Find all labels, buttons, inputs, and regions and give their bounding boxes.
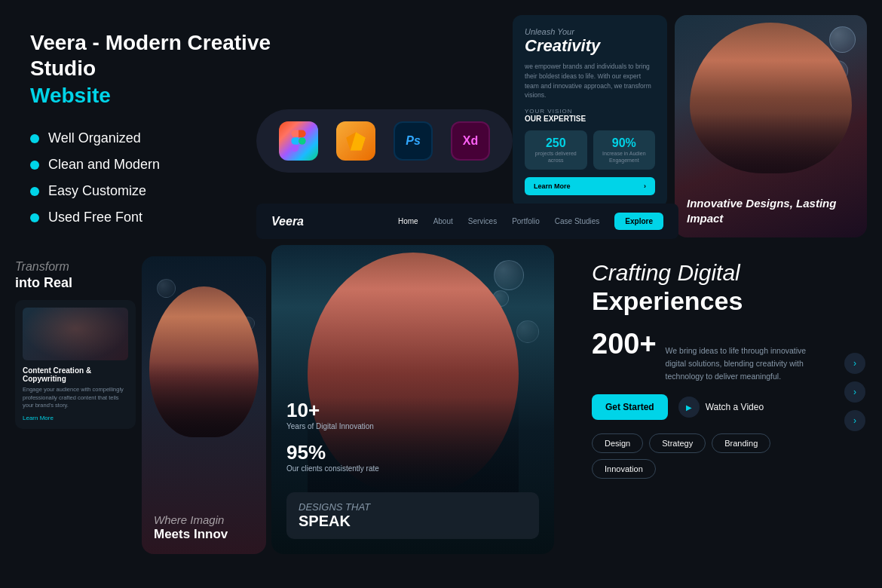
nav-brand: Veera (271, 215, 304, 228)
tag-branding[interactable]: Branding (712, 433, 770, 453)
feature-label-2: Clean and Modern (48, 157, 160, 173)
creativity-desc: we empower brands and individuals to bri… (525, 62, 655, 100)
thumb-overlay (23, 308, 128, 360)
vision-label: YOUR VISION (525, 108, 655, 115)
bubble-1 (829, 26, 856, 53)
transform-bold: into Real (15, 275, 136, 291)
explore-button[interactable]: Explore (614, 213, 663, 230)
svg-marker-3 (346, 133, 365, 151)
face-gradient (690, 113, 852, 173)
feature-item-1: Well Organized (30, 130, 271, 146)
tool-sketch (336, 121, 375, 161)
stat-95: 95% (286, 441, 539, 464)
crafting-title-bold: Experiences (592, 286, 833, 316)
crafting-actions: Get Started ▶ Watch a Video (592, 394, 833, 420)
tools-bar: Ps Xd (256, 109, 513, 173)
scroll-dot-1[interactable]: › (844, 353, 865, 374)
center-bubble-1 (494, 260, 524, 290)
feature-dot-3 (30, 187, 39, 196)
service-title: Content Creation & Copywriting (23, 366, 128, 383)
stat-95-label: Our clients consistently rate (286, 464, 539, 473)
stat-num-2: 90% (599, 136, 650, 150)
play-icon: ▶ (678, 397, 700, 418)
nav-home[interactable]: Home (398, 217, 418, 225)
creativity-title: Creativity (525, 36, 655, 56)
service-card: Content Creation & Copywriting Engage yo… (15, 300, 136, 429)
stat-10plus-label: Years of Digital Innovation (286, 422, 539, 430)
stats-row: 250 projects delivered across 90% Increa… (525, 130, 655, 170)
imagination-italic: Where Imagin (154, 513, 254, 528)
tags-container: Design Strategy Branding Innovation (592, 433, 833, 479)
stat-box-2: 90% Increase in Audien Engagement (593, 130, 656, 170)
crafting-number: 200+ (592, 328, 657, 360)
nav-services[interactable]: Services (468, 217, 497, 225)
imagination-bold: Meets Innov (154, 527, 254, 542)
mid-woman-face (149, 286, 259, 437)
feature-label-1: Well Organized (48, 130, 141, 146)
service-card-thumb (23, 308, 128, 360)
right-image-card: Innovative Designs, Lasting Impact (675, 15, 867, 237)
feature-dot-1 (30, 134, 39, 143)
tool-photoshop: Ps (394, 121, 433, 161)
right-card-text: Innovative Designs, Lasting Impact (687, 196, 867, 225)
nav-links: Home About Services Portfolio Case Studi… (398, 217, 599, 225)
nav-case-studies[interactable]: Case Studies (555, 217, 599, 225)
main-subtitle: Website (30, 84, 271, 108)
tool-figma (279, 121, 318, 161)
watch-video-row[interactable]: ▶ Watch a Video (678, 397, 764, 418)
feature-item-3: Easy Customize (30, 183, 271, 199)
service-desc: Engage your audience with compellingly p… (23, 386, 128, 410)
learn-more-button[interactable]: Learn More › (525, 177, 655, 195)
designs-speak-box: DESIGNS THAT SPEAK (286, 492, 539, 539)
stat-label-1: projects delivered across (531, 150, 581, 164)
arrow-icon: › (644, 182, 646, 190)
imagination-card: Where Imagin Meets Innov (142, 256, 266, 554)
transform-card: Transform into Real Content Creation & C… (15, 260, 136, 429)
transform-italic: Transform (15, 260, 136, 274)
expertise-label: OUR EXPERTISE (525, 115, 655, 123)
feature-label-3: Easy Customize (48, 183, 146, 199)
stat-10plus: 10+ (286, 399, 539, 422)
tool-xd: Xd (451, 121, 490, 161)
stat-box-1: 250 projects delivered across (525, 130, 587, 170)
designs-bold: SPEAK (299, 513, 527, 530)
feature-item-4: Used Free Font (30, 210, 271, 225)
mid-bubble-1 (157, 279, 176, 298)
creativity-card: Unleash Your Creativity we empower brand… (513, 15, 667, 207)
nav-portfolio[interactable]: Portfolio (512, 217, 540, 225)
feature-item-2: Clean and Modern (30, 157, 271, 173)
center-image-card: 10+ Years of Digital Innovation 95% Our … (271, 245, 554, 554)
feature-label-4: Used Free Font (48, 210, 142, 225)
stat-num-1: 250 (531, 136, 581, 150)
tag-innovation[interactable]: Innovation (592, 459, 656, 479)
features-list: Well Organized Clean and Modern Easy Cus… (30, 130, 271, 225)
scroll-dot-2[interactable]: › (844, 381, 865, 403)
mid-face-gradient (149, 362, 259, 437)
scroll-indicators: › › › (844, 353, 865, 431)
get-started-button[interactable]: Get Started (592, 394, 668, 420)
center-bubble-3 (516, 320, 539, 343)
scroll-dot-3[interactable]: › (844, 410, 865, 431)
crafting-section: Crafting Digital Experiences 200+ We bri… (592, 260, 833, 479)
nav-about[interactable]: About (433, 217, 453, 225)
main-title: Veera - Modern Creative Studio (30, 30, 271, 81)
crafting-desc: We bring ideas to life through innovativ… (666, 345, 809, 382)
creativity-eyebrow: Unleash Your (525, 27, 655, 36)
stat-label-2: Increase in Audien Engagement (599, 150, 650, 164)
tag-design[interactable]: Design (592, 433, 643, 453)
feature-dot-4 (30, 213, 39, 222)
center-stats: 10+ Years of Digital Innovation 95% Our … (286, 399, 539, 483)
navbar-strip: Veera Home About Services Portfolio Case… (256, 204, 678, 239)
crafting-title-italic: Crafting Digital (592, 260, 833, 285)
left-panel: Veera - Modern Creative Studio Website W… (30, 30, 271, 236)
service-learn-link[interactable]: Learn More (23, 415, 128, 421)
feature-dot-2 (30, 161, 39, 170)
designs-italic: DESIGNS THAT (299, 501, 527, 513)
watch-video-label: Watch a Video (706, 402, 764, 412)
woman-face (690, 23, 852, 173)
tag-strategy[interactable]: Strategy (649, 433, 706, 453)
crafting-number-row: 200+ We bring ideas to life through inno… (592, 328, 833, 382)
